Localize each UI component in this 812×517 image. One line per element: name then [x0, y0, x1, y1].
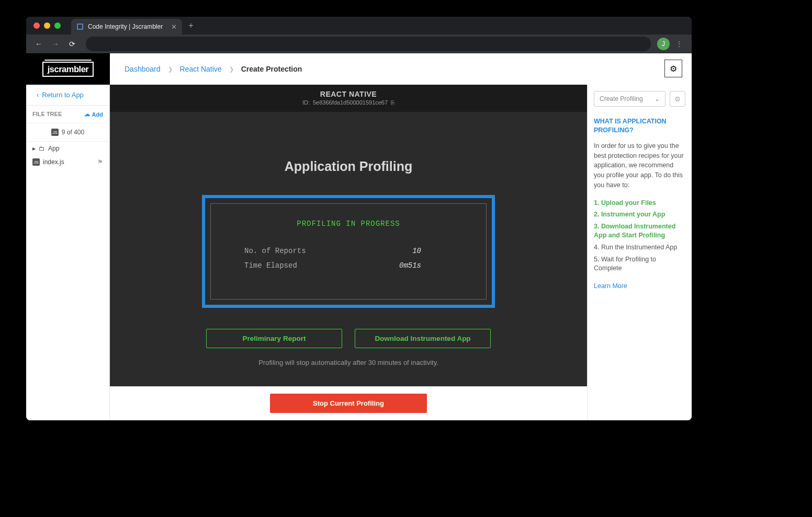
folder-icon: 🗀 — [39, 145, 45, 152]
app-title-bar: REACT NATIVE ID: 5e8366fda1d500001591ce6… — [110, 85, 587, 112]
settings-button[interactable]: ⚙ — [664, 60, 682, 77]
forward-button[interactable]: → — [48, 37, 63, 51]
chevron-right-icon: ❯ — [168, 66, 173, 73]
browser-window: Code Integrity | Jscrambler ✕ + ← → ⟳ J … — [26, 17, 692, 420]
chevron-down-icon: ⌄ — [655, 95, 660, 102]
reports-row: No. of Reports 10 — [223, 244, 473, 258]
copy-icon[interactable]: ⎘ — [391, 99, 394, 106]
step-2: 2. Instrument your App — [594, 210, 685, 219]
main-area: REACT NATIVE ID: 5e8366fda1d500001591ce6… — [110, 85, 587, 420]
profiling-action-row: Create Profiling ⌄ ⚙ — [594, 91, 685, 107]
back-button[interactable]: ← — [31, 37, 46, 51]
logo-text: jscrambler — [42, 62, 94, 77]
button-row: Preliminary Report Download Instrumented… — [206, 329, 491, 348]
elapsed-row: Time Elapsed 0m51s — [223, 258, 473, 273]
gear-icon: ⚙ — [674, 95, 681, 103]
step-3: 3. Download Instrumented App and Start P… — [594, 222, 685, 240]
page-title: Application Profiling — [285, 159, 412, 174]
learn-more-link[interactable]: Learn More — [594, 282, 685, 290]
profile-avatar[interactable]: J — [657, 38, 670, 50]
app-body: ‹ Return to App FILE TREE ☁ Add JS 9 of … — [26, 85, 692, 420]
stop-profiling-button[interactable]: Stop Current Profiling — [270, 394, 427, 413]
auto-stop-hint: Profiling will stop automatically after … — [258, 359, 438, 366]
reports-value: 10 — [412, 247, 421, 255]
rt-heading: WHAT IS APPLICATION PROFILING? — [594, 117, 685, 135]
breadcrumb-dashboard[interactable]: Dashboard — [125, 65, 161, 73]
js-file-icon: JS — [32, 158, 40, 166]
gear-icon: ⚙ — [670, 64, 677, 74]
app-title: REACT NATIVE — [110, 90, 587, 98]
create-profiling-dropdown[interactable]: Create Profiling ⌄ — [594, 91, 666, 107]
js-files-icon: JS — [51, 129, 59, 136]
profiling-settings-button[interactable]: ⚙ — [670, 91, 685, 107]
svg-rect-0 — [77, 24, 83, 29]
file-tree-header: FILE TREE ☁ Add — [26, 106, 109, 123]
file-count: JS 9 of 400 — [26, 123, 109, 142]
url-bar[interactable] — [86, 37, 651, 51]
download-instrumented-button[interactable]: Download Instrumented App — [355, 329, 491, 348]
terminal: PROFILING IN PROGRESS No. of Reports 10 … — [210, 203, 487, 300]
menu-button[interactable]: ⋮ — [672, 37, 686, 51]
browser-toolbar: ← → ⟳ J ⋮ — [26, 35, 692, 53]
reload-button[interactable]: ⟳ — [65, 37, 80, 51]
file-tree-label: FILE TREE — [32, 111, 62, 118]
browser-tab[interactable]: Code Integrity | Jscrambler ✕ — [71, 19, 182, 35]
profiling-status: PROFILING IN PROGRESS — [223, 220, 473, 228]
chevron-right-icon: ❯ — [229, 66, 234, 73]
new-tab-button[interactable]: + — [188, 21, 193, 30]
step-1: 1. Upload your Files — [594, 199, 685, 208]
preliminary-report-button[interactable]: Preliminary Report — [206, 329, 342, 348]
tree-file[interactable]: JS index.js ⚑ — [26, 155, 109, 169]
sidebar-left: ‹ Return to App FILE TREE ☁ Add JS 9 of … — [26, 85, 110, 420]
app-header: jscrambler Dashboard ❯ React Native ❯ Cr… — [26, 53, 692, 85]
caret-right-icon: ▸ — [32, 145, 36, 152]
elapsed-value: 0m51s — [399, 261, 421, 270]
breadcrumb: Dashboard ❯ React Native ❯ Create Protec… — [110, 53, 655, 85]
logo[interactable]: jscrambler — [26, 53, 110, 85]
breadcrumb-current: Create Protection — [241, 65, 302, 73]
sidebar-right: Create Profiling ⌄ ⚙ WHAT IS APPLICATION… — [587, 85, 692, 420]
return-label: Return to App — [42, 91, 84, 99]
breadcrumb-app[interactable]: React Native — [180, 65, 222, 73]
rt-intro: In order for us to give you the best pro… — [594, 141, 685, 190]
tree-folder[interactable]: ▸ 🗀 App — [26, 142, 109, 155]
tab-close-icon[interactable]: ✕ — [171, 23, 177, 31]
traffic-lights — [31, 22, 61, 29]
maximize-window-button[interactable] — [54, 22, 61, 29]
return-to-app-link[interactable]: ‹ Return to App — [26, 85, 109, 106]
tab-title: Code Integrity | Jscrambler — [88, 23, 163, 30]
step-4: 4. Run the Instrumented App — [594, 243, 685, 252]
map-icon[interactable]: ⚑ — [97, 158, 103, 166]
step-5: 5. Wait for Profiling to Complete — [594, 255, 685, 273]
tab-bar: Code Integrity | Jscrambler ✕ + — [26, 17, 692, 35]
close-window-button[interactable] — [33, 22, 40, 29]
favicon-icon — [76, 23, 84, 30]
minimize-window-button[interactable] — [44, 22, 50, 29]
chevron-left-icon: ‹ — [37, 91, 39, 99]
add-file-button[interactable]: ☁ Add — [84, 111, 103, 118]
profiling-status-box: PROFILING IN PROGRESS No. of Reports 10 … — [202, 195, 495, 308]
main-content: Application Profiling PROFILING IN PROGR… — [110, 112, 587, 386]
app-content: jscrambler Dashboard ❯ React Native ❯ Cr… — [26, 53, 692, 420]
bottom-bar: Stop Current Profiling — [110, 386, 587, 420]
app-id: ID: 5e8366fda1d500001591ce67 ⎘ — [110, 99, 587, 106]
cloud-upload-icon: ☁ — [84, 111, 90, 118]
